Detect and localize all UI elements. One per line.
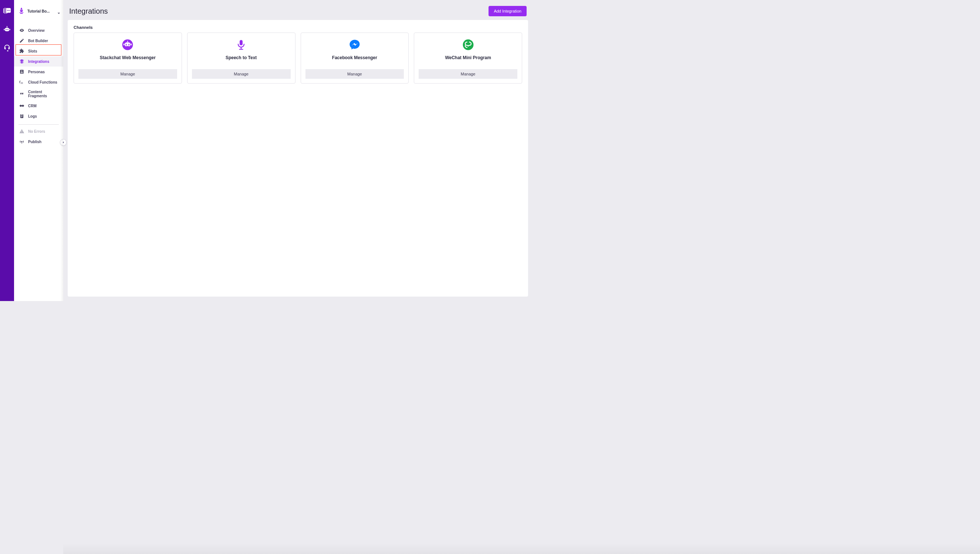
manage-button[interactable]: Manage [418,69,517,79]
svg-rect-22 [21,114,22,115]
nav-integrations[interactable]: Integrations [14,56,63,67]
page-title: Integrations [69,7,108,16]
svg-rect-1 [5,8,6,14]
nav-bot-builder[interactable]: Bot Builder [14,35,63,46]
sidebar-nav: Overview Bot Builder Slots Integrations … [14,25,63,147]
id-card-icon [19,69,24,74]
nav-label: Cloud Functions [28,80,57,84]
collapse-sidebar-button[interactable] [60,139,67,146]
svg-point-37 [463,40,473,50]
robot-circle-icon [122,39,134,51]
manage-button[interactable]: Manage [192,69,291,79]
svg-rect-10 [4,29,5,30]
handshake-icon [19,103,24,108]
svg-point-2 [7,10,8,11]
nav-label: No Errors [28,129,45,134]
left-rail [0,0,14,301]
nav-label: Slots [28,49,37,53]
nav-label: Personas [28,70,45,74]
svg-point-16 [21,30,22,31]
caret-down-icon [57,10,60,13]
svg-rect-24 [21,116,23,116]
svg-rect-7 [5,28,10,31]
puzzle-icon [19,48,24,54]
microphone-icon [235,39,247,51]
bot-selector[interactable]: Tutorial Bo... [14,6,63,19]
nav-label: CRM [28,104,37,108]
svg-rect-17 [20,70,23,74]
nav-publish[interactable]: Publish [14,137,63,147]
svg-rect-28 [127,41,128,42]
svg-rect-0 [3,8,4,13]
bot-name: Tutorial Bo... [27,9,55,13]
nav-divider [19,124,59,125]
svg-point-8 [6,29,6,30]
section-title-channels: Channels [73,25,522,30]
add-integration-button[interactable]: Add Integration [488,6,527,16]
nav-label: Integrations [28,59,49,64]
svg-point-4 [9,10,10,11]
manage-button[interactable]: Manage [78,69,177,79]
svg-text:(x): (x) [21,82,23,84]
nav-personas[interactable]: Personas [14,67,63,77]
svg-rect-36 [239,49,243,49]
card-title: Speech to Text [226,55,257,66]
nav-label: Publish [28,140,41,144]
sidebar: Tutorial Bo... Overview Bot Builder Slot… [14,0,63,301]
broadcast-icon [19,139,24,144]
nav-content-fragments[interactable]: Content Fragments [14,87,63,100]
svg-rect-25 [21,117,22,117]
quote-icon [19,91,24,97]
card-stackchat-web-messenger: Stackchat Web Messenger Manage [73,33,182,84]
card-wechat-mini-program: WeChat Mini Program Manage [414,33,522,84]
svg-point-14 [21,10,21,10]
nav-label: Content Fragments [28,90,60,98]
svg-text:f: f [19,81,21,84]
messenger-icon [349,39,361,51]
clipboard-icon [19,113,24,119]
svg-point-30 [126,44,127,45]
svg-rect-29 [125,43,130,46]
svg-rect-32 [124,44,124,46]
logo-icon[interactable] [3,6,11,15]
nav-overview[interactable]: Overview [14,25,63,35]
card-title: Facebook Messenger [332,55,377,66]
nav-slots[interactable]: Slots [14,46,63,56]
headset-rail-icon[interactable] [3,44,11,52]
svg-point-31 [128,44,129,45]
manage-button[interactable]: Manage [305,69,404,79]
nav-logs[interactable]: Logs [14,111,63,121]
svg-point-5 [6,26,7,27]
function-icon: f(x) [19,80,24,85]
nav-no-errors[interactable]: No Errors [14,126,63,137]
svg-rect-6 [6,27,7,28]
nav-crm[interactable]: CRM [14,100,63,111]
nav-label: Logs [28,114,37,118]
content-panel: Channels Stackchat Web Messenger Manage … [68,20,528,297]
warning-icon [19,129,24,134]
nav-label: Overview [28,29,45,33]
nav-label: Bot Builder [28,39,48,43]
svg-point-18 [21,71,22,72]
titlebar: Integrations Add Integration [68,0,528,20]
wechat-mini-icon [462,39,474,51]
layers-icon [19,59,24,64]
bot-avatar-icon [18,7,25,15]
eye-icon [19,28,24,33]
robot-rail-icon[interactable] [3,25,11,33]
svg-rect-34 [240,40,243,45]
svg-point-9 [7,29,8,30]
pencil-icon [19,38,24,43]
app-root: Tutorial Bo... Overview Bot Builder Slot… [0,0,533,301]
svg-rect-33 [131,44,132,46]
svg-rect-23 [21,115,23,116]
cards-row: Stackchat Web Messenger Manage Speech to… [73,33,522,84]
card-title: WeChat Mini Program [445,55,491,66]
card-title: Stackchat Web Messenger [100,55,156,66]
main-area: Integrations Add Integration Channels St… [63,0,533,301]
svg-point-3 [8,10,9,11]
svg-rect-11 [10,29,10,30]
nav-cloud-functions[interactable]: f(x) Cloud Functions [14,77,63,87]
card-speech-to-text: Speech to Text Manage [187,33,296,84]
svg-rect-35 [241,47,242,49]
